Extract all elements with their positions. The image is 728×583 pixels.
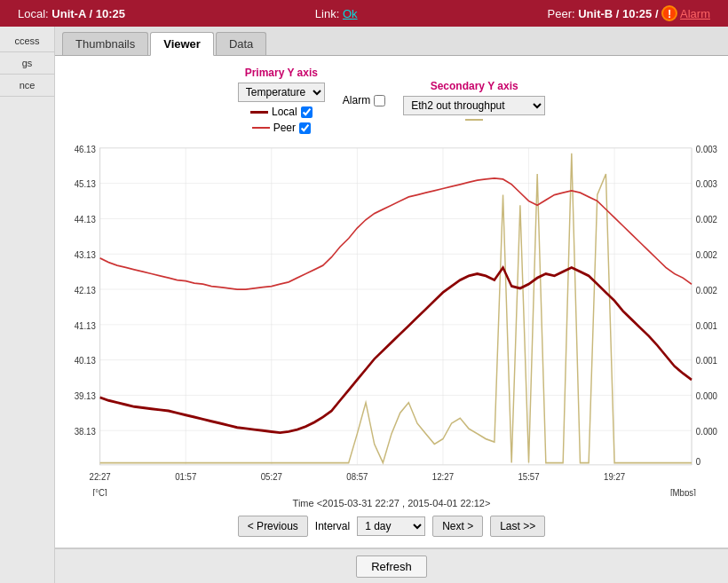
- sidebar: ccess gs nce: [0, 27, 55, 583]
- svg-text:43.13: 43.13: [75, 248, 96, 260]
- svg-text:05:27: 05:27: [261, 471, 282, 483]
- next-button[interactable]: Next >: [432, 516, 483, 537]
- svg-text:08:57: 08:57: [346, 471, 368, 483]
- local-legend-label: Local: [272, 106, 297, 118]
- svg-text:0.0032: 0.0032: [696, 177, 717, 189]
- svg-text:0.002: 0.002: [696, 284, 717, 295]
- svg-text:0.0004: 0.0004: [696, 425, 717, 437]
- svg-text:0.0036: 0.0036: [696, 143, 717, 154]
- link-label: Link:: [315, 7, 339, 20]
- viewer-panel: Primary Y axis Temperature Local Peer: [55, 56, 728, 548]
- local-legend-row: Local: [250, 106, 313, 118]
- svg-text:42.13: 42.13: [75, 284, 96, 295]
- secondary-y-axis-label: Secondary Y axis: [431, 80, 518, 92]
- svg-text:0.0012: 0.0012: [696, 354, 717, 366]
- secondary-axis-section: Secondary Y axis Eth2 out throughput: [403, 80, 545, 121]
- tab-data[interactable]: Data: [216, 32, 266, 55]
- svg-text:0.0016: 0.0016: [696, 319, 717, 331]
- sidebar-item-gs[interactable]: gs: [0, 52, 54, 75]
- svg-text:0: 0: [696, 455, 700, 467]
- svg-text:38.13: 38.13: [75, 425, 96, 437]
- link-value[interactable]: Ok: [343, 7, 358, 20]
- header-bar: Local: Unit-A / 10:25 Link: Ok Peer: Uni…: [0, 0, 728, 27]
- svg-text:0.0028: 0.0028: [696, 213, 717, 225]
- svg-text:46.13: 46.13: [75, 143, 96, 154]
- svg-text:0.0024: 0.0024: [696, 248, 717, 260]
- svg-rect-0: [100, 148, 692, 465]
- svg-text:12:27: 12:27: [432, 471, 454, 483]
- local-label: Local:: [18, 7, 49, 20]
- chart-svg: 46.13 45.13 44.13 43.13 42.13 41.13 40.1…: [66, 143, 717, 496]
- link-info: Link: Ok: [315, 7, 358, 20]
- svg-text:15:57: 15:57: [518, 471, 539, 483]
- local-checkbox[interactable]: [301, 106, 313, 118]
- secondary-axis-select[interactable]: Eth2 out throughput: [403, 96, 545, 115]
- svg-text:39.13: 39.13: [75, 390, 96, 401]
- secondary-legend-row: [465, 119, 483, 121]
- svg-text:44.13: 44.13: [75, 213, 96, 225]
- tabs-bar: Thumbnails Viewer Data: [55, 27, 728, 56]
- primary-axis-section: Primary Y axis Temperature Local Peer: [238, 67, 325, 134]
- interval-select[interactable]: 1 hour 6 hours 12 hours 1 day 1 week 1 m…: [357, 516, 425, 536]
- peer-legend-label: Peer: [273, 122, 296, 134]
- svg-text:01:57: 01:57: [175, 471, 196, 483]
- chart-container: 46.13 45.13 44.13 43.13 42.13 41.13 40.1…: [66, 143, 717, 496]
- refresh-button[interactable]: Refresh: [356, 555, 427, 578]
- svg-text:0.0008: 0.0008: [696, 390, 717, 401]
- interval-label: Interval: [315, 520, 350, 532]
- peer-checkbox[interactable]: [299, 122, 311, 134]
- alarm-link[interactable]: Alarm: [680, 7, 710, 20]
- svg-text:41.13: 41.13: [75, 319, 96, 331]
- content-area: Thumbnails Viewer Data Primary Y axis Te…: [55, 27, 728, 583]
- alarm-icon: !: [661, 5, 677, 21]
- secondary-legend-line: [465, 119, 483, 121]
- primary-y-axis-label: Primary Y axis: [245, 67, 318, 79]
- peer-label: Peer:: [548, 7, 575, 20]
- time-range-label: Time <2015-03-31 22:27 , 2015-04-01 22:1…: [62, 498, 721, 508]
- tab-thumbnails[interactable]: Thumbnails: [62, 32, 148, 55]
- prev-button[interactable]: < Previous: [238, 516, 308, 537]
- peer-legend-row: Peer: [252, 122, 311, 134]
- svg-text:[Mbps]: [Mbps]: [670, 486, 696, 496]
- sidebar-item-nce[interactable]: nce: [0, 75, 54, 97]
- svg-text:[°C]: [°C]: [93, 486, 107, 496]
- local-info: Local: Unit-A / 10:25: [18, 7, 125, 20]
- primary-axis-select[interactable]: Temperature: [238, 83, 325, 102]
- local-legend-line: [250, 111, 268, 114]
- alarm-checkbox[interactable]: [374, 95, 385, 106]
- nav-row: < Previous Interval 1 hour 6 hours 12 ho…: [62, 508, 721, 540]
- svg-text:40.13: 40.13: [75, 354, 96, 366]
- main-layout: ccess gs nce Thumbnails Viewer Data Prim…: [0, 27, 728, 583]
- svg-text:45.13: 45.13: [75, 177, 96, 189]
- peer-value: Unit-B / 10:25 /: [578, 7, 658, 20]
- alarm-label: Alarm: [343, 94, 370, 106]
- controls-row: Primary Y axis Temperature Local Peer: [62, 63, 721, 138]
- alarm-section: Alarm: [343, 94, 385, 106]
- tab-viewer[interactable]: Viewer: [150, 32, 214, 56]
- alarm-row: Alarm: [343, 94, 385, 106]
- sidebar-item-access[interactable]: ccess: [0, 30, 54, 52]
- svg-text:22:27: 22:27: [90, 471, 111, 483]
- local-value: Unit-A / 10:25: [51, 7, 125, 20]
- refresh-area: Refresh: [55, 548, 728, 583]
- last-button[interactable]: Last >>: [490, 516, 545, 537]
- svg-text:19:27: 19:27: [604, 471, 625, 483]
- peer-legend-line: [252, 127, 270, 129]
- peer-info: Peer: Unit-B / 10:25 / ! Alarm: [548, 5, 710, 21]
